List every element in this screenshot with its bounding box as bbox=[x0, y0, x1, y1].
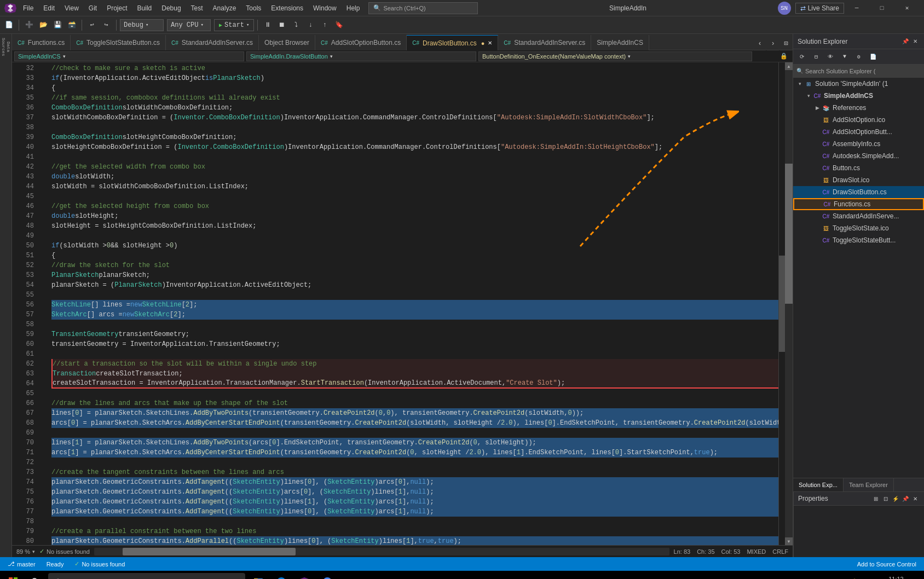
tab-functions[interactable]: C# Functions.cs bbox=[12, 35, 71, 50]
function-dropdown[interactable]: ButtonDefinition_OnExecute(NameValueMap … bbox=[478, 51, 752, 61]
se-collapse-btn[interactable]: ⊟ bbox=[810, 50, 823, 63]
prop-toolbar-btn2[interactable]: ⊡ bbox=[881, 494, 890, 503]
vertical-scrollbar[interactable]: ▲ ▼ bbox=[785, 62, 793, 545]
tree-toggleslotstate-ico[interactable]: 🖼 ToggleSlotState.ico bbox=[793, 222, 924, 234]
status-check[interactable]: ✓ No issues found bbox=[39, 548, 90, 555]
code-editor[interactable]: 3233343536373839404142434445464748495051… bbox=[12, 62, 793, 545]
menu-view[interactable]: View bbox=[60, 2, 83, 14]
undo-btn[interactable]: ↩ bbox=[85, 19, 99, 32]
new-project-btn[interactable]: 📄 bbox=[2, 19, 15, 32]
minimize-button[interactable]: ─ bbox=[844, 0, 869, 16]
add-source-control[interactable]: Add to Source Control bbox=[854, 561, 920, 568]
add-btn[interactable]: ➕ bbox=[22, 19, 36, 32]
menu-edit[interactable]: Edit bbox=[39, 2, 59, 14]
se-search-box[interactable]: 🔍 Search Solution Explorer ( bbox=[793, 65, 924, 78]
menu-help[interactable]: Help bbox=[342, 2, 365, 14]
tree-drawslotbutton[interactable]: C# DrawSlotButton.cs bbox=[793, 186, 924, 198]
minimap-scrollbar[interactable] bbox=[778, 62, 785, 545]
se-pin-btn[interactable]: 📌 bbox=[901, 37, 910, 46]
se-tab-solution[interactable]: Solution Exp... bbox=[793, 478, 844, 492]
horizontal-scrollbar[interactable] bbox=[94, 548, 669, 555]
debug-stop-btn[interactable]: ⏹ bbox=[275, 19, 288, 32]
step-into-btn[interactable]: ↓ bbox=[304, 19, 317, 32]
tree-project[interactable]: ▾ C# SimpleAddInCS bbox=[793, 90, 924, 102]
se-properties-btn[interactable]: ⚙ bbox=[852, 50, 865, 63]
tree-expand-solution[interactable]: ▾ bbox=[795, 81, 804, 86]
taskbar-vs[interactable] bbox=[293, 571, 315, 579]
tab-drawslot[interactable]: C# DrawSlotButton.cs ● ✕ bbox=[407, 35, 498, 50]
method-dropdown[interactable]: SimpleAddIn.DrawSlotButton ▾ bbox=[246, 51, 476, 61]
tree-assemblyinfo[interactable]: C# AssemblyInfo.cs bbox=[793, 138, 924, 150]
tree-functions[interactable]: C# Functions.cs bbox=[793, 198, 924, 210]
se-show-all-btn[interactable]: 👁 bbox=[824, 50, 837, 63]
menu-project[interactable]: Project bbox=[102, 2, 131, 14]
tree-addslotOption-ico[interactable]: 🖼 AddSlotOption.ico bbox=[793, 114, 924, 126]
tree-autodesk[interactable]: C# Autodesk.SimpleAdd... bbox=[793, 150, 924, 162]
close-button[interactable]: ✕ bbox=[894, 0, 920, 16]
step-over-btn[interactable]: ⤵ bbox=[290, 19, 303, 32]
tree-addslotOptionButt[interactable]: C# AddSlotOptionButt... bbox=[793, 126, 924, 138]
save-all-btn[interactable]: 🗃️ bbox=[65, 19, 78, 32]
menu-window[interactable]: Window bbox=[309, 2, 341, 14]
taskbar-chrome[interactable] bbox=[316, 571, 338, 579]
platform-dropdown[interactable]: Any CPU ▾ bbox=[167, 19, 211, 31]
prop-toolbar-btn1[interactable]: ⊞ bbox=[871, 494, 880, 503]
menu-analyze[interactable]: Analyze bbox=[209, 2, 241, 14]
se-sync-btn[interactable]: ⟳ bbox=[795, 50, 809, 63]
start-button[interactable] bbox=[2, 571, 24, 579]
menu-test[interactable]: Test bbox=[187, 2, 207, 14]
tab-simpleaddincs[interactable]: SimpleAddInCS bbox=[591, 35, 649, 50]
tree-drawslot-ico[interactable]: 🖼 DrawSlot.ico bbox=[793, 174, 924, 186]
bookmark-btn[interactable]: 🔖 bbox=[332, 19, 345, 32]
menu-file[interactable]: File bbox=[19, 2, 38, 14]
prop-toolbar-btn3[interactable]: ⚡ bbox=[891, 494, 900, 503]
user-avatar[interactable]: SN bbox=[778, 2, 791, 15]
data-sources-icon[interactable]: DataSources bbox=[1, 36, 11, 58]
se-filter-btn[interactable]: ▼ bbox=[838, 50, 851, 63]
tree-expand-refs[interactable]: ▶ bbox=[813, 105, 822, 111]
status-ready[interactable]: Ready bbox=[43, 561, 67, 568]
new-horizontal-tab[interactable]: ⊡ bbox=[779, 37, 793, 50]
tab-scroll-right[interactable]: › bbox=[766, 37, 779, 50]
menu-build[interactable]: Build bbox=[133, 2, 157, 14]
debug-config-dropdown[interactable]: Debug ▾ bbox=[120, 19, 164, 31]
title-search[interactable]: 🔍 Search (Ctrl+Q) bbox=[368, 2, 478, 14]
tree-expand-project[interactable]: ▾ bbox=[804, 93, 813, 99]
step-out-btn[interactable]: ↑ bbox=[318, 19, 331, 32]
menu-extensions[interactable]: Extensions bbox=[267, 2, 308, 14]
breadcrumb-lock[interactable]: 🔒 bbox=[777, 50, 790, 63]
tab-close-drawslot[interactable]: ✕ bbox=[488, 40, 492, 46]
live-share-button[interactable]: ⇄ Live Share bbox=[795, 3, 844, 14]
class-dropdown[interactable]: SimpleAddInCS ▾ bbox=[14, 51, 244, 61]
taskbar-explorer[interactable] bbox=[247, 571, 269, 579]
tab-object-browser[interactable]: Object Browser bbox=[259, 35, 315, 50]
git-branch-status[interactable]: ⎇ master bbox=[4, 560, 39, 568]
zoom-control[interactable]: 89 % ▾ bbox=[16, 548, 35, 555]
redo-btn[interactable]: ↪ bbox=[100, 19, 113, 32]
tree-button[interactable]: C# Button.cs bbox=[793, 162, 924, 174]
open-btn[interactable]: 📂 bbox=[37, 19, 50, 32]
status-no-issues[interactable]: ✓ No issues found bbox=[71, 560, 128, 568]
scroll-down-btn[interactable]: ▼ bbox=[785, 537, 793, 545]
tab-toggle[interactable]: C# ToggleSlotStateButton.cs bbox=[71, 35, 166, 50]
tab-standard1[interactable]: C# StandardAddInServer.cs bbox=[166, 35, 259, 50]
tab-standard2[interactable]: C# StandardAddInServer.cs bbox=[498, 35, 591, 50]
se-close-btn[interactable]: ✕ bbox=[911, 37, 920, 46]
prop-close-btn[interactable]: ✕ bbox=[911, 494, 920, 503]
tree-solution[interactable]: ▾ ⊞ Solution 'SimpleAddIn' (1 bbox=[793, 78, 924, 90]
debug-pause-btn[interactable]: ⏸ bbox=[261, 19, 274, 32]
se-preview-btn[interactable]: 📄 bbox=[867, 50, 880, 63]
se-tab-team[interactable]: Team Explorer bbox=[844, 478, 894, 492]
scroll-up-btn[interactable]: ▲ bbox=[785, 62, 793, 70]
tab-scroll-left[interactable]: ‹ bbox=[753, 37, 766, 50]
taskbar-search[interactable] bbox=[24, 571, 46, 579]
menu-git[interactable]: Git bbox=[84, 2, 101, 14]
clock-display[interactable]: 11:12 26/03/2021 bbox=[882, 576, 910, 580]
tree-standardaddinserver[interactable]: C# StandardAddInServe... bbox=[793, 210, 924, 222]
tab-addslot[interactable]: C# AddSlotOptionButton.cs bbox=[315, 35, 407, 50]
run-button[interactable]: ▶ Start ▾ bbox=[214, 19, 254, 31]
maximize-button[interactable]: □ bbox=[869, 0, 894, 16]
save-btn[interactable]: 💾 bbox=[51, 19, 64, 32]
h-scroll-thumb[interactable] bbox=[123, 548, 295, 555]
menu-tools[interactable]: Tools bbox=[241, 2, 265, 14]
